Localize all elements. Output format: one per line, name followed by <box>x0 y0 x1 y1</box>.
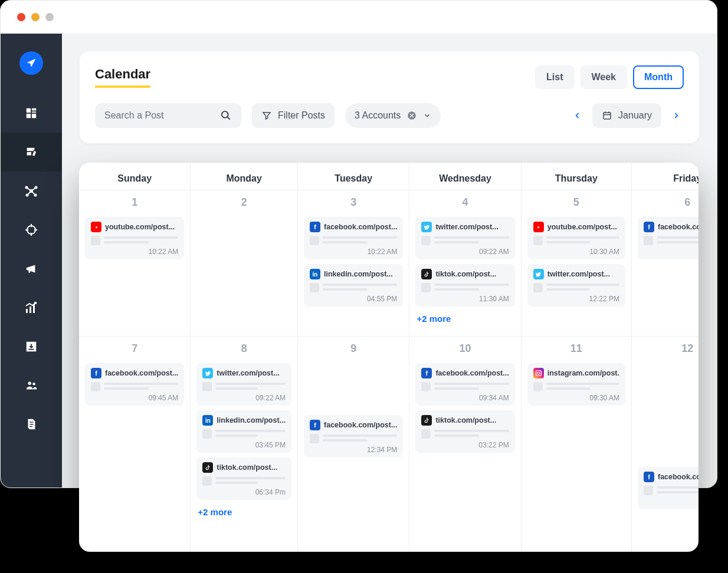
post-card[interactable]: in linkedin.com/post... 03:45 PM <box>196 410 291 453</box>
date-number: 9 <box>304 343 403 355</box>
facebook-icon: f <box>310 222 320 232</box>
post-preview <box>310 283 397 292</box>
post-card[interactable]: f facebook.com/post... 10:22 AM <box>304 217 403 259</box>
day-column: Friday6 f facebook.com/post... 11:30 AM … <box>632 163 699 552</box>
post-card[interactable]: f facebook.com/post... 09:45 AM <box>85 363 184 406</box>
download-icon <box>24 339 39 354</box>
post-preview <box>310 434 397 443</box>
svg-rect-0 <box>27 108 31 113</box>
view-list-button[interactable]: List <box>535 65 574 89</box>
day-cell[interactable]: 11 instagram.com/post. 09:30 AM <box>522 336 631 513</box>
post-time: 12:22 PM <box>533 295 619 303</box>
clear-icon[interactable] <box>406 110 417 121</box>
day-cell[interactable]: 7 f facebook.com/post... 09:45 AM <box>79 336 190 513</box>
window-close-dot[interactable] <box>17 13 25 21</box>
instagram-icon <box>533 368 544 378</box>
date-number: 8 <box>196 343 291 355</box>
post-time: 11:30 AM <box>421 295 509 303</box>
svg-point-25 <box>32 383 35 386</box>
tiktok-icon <box>421 269 432 279</box>
day-cell[interactable]: 10 f facebook.com/post... 09:34 AM tikto… <box>409 336 520 513</box>
post-url: facebook.com/post... <box>435 369 509 377</box>
date-number: 7 <box>85 343 184 355</box>
accounts-button[interactable]: 3 Accounts <box>345 103 441 128</box>
post-preview <box>421 429 509 439</box>
post-card[interactable]: twitter.com/post... 09:22 AM <box>415 217 514 259</box>
filter-icon <box>261 110 272 121</box>
post-card[interactable]: youtube.com/post... 10:30 AM <box>527 217 625 259</box>
day-column: Sunday1 youtube.com/post... 10:22 AM 7 f… <box>79 163 191 552</box>
nav-posts[interactable] <box>1 133 62 172</box>
day-cell[interactable]: 1 youtube.com/post... 10:22 AM <box>79 190 190 336</box>
post-url: facebook.com/post... <box>105 369 178 377</box>
day-cell[interactable]: 12 f facebook.com/post... 06:30 PM <box>632 336 699 516</box>
nav-dashboard[interactable] <box>1 94 62 133</box>
app-logo[interactable] <box>19 51 43 75</box>
chart-growth-icon <box>24 300 39 315</box>
day-cell[interactable]: 5 youtube.com/post... 10:30 AM twitter.c… <box>522 190 631 336</box>
day-header: Thursday <box>522 163 631 190</box>
svg-rect-36 <box>536 371 541 376</box>
nav-team[interactable] <box>1 366 62 405</box>
post-card[interactable]: twitter.com/post... 12:22 PM <box>527 264 625 307</box>
window-minimize-dot[interactable] <box>31 13 40 21</box>
nav-downloads[interactable] <box>1 327 62 366</box>
view-month-button[interactable]: Month <box>633 65 684 89</box>
post-url: linkedin.com/post... <box>324 270 393 278</box>
post-card[interactable]: twitter.com/post... 09:22 AM <box>196 363 291 406</box>
post-card[interactable]: tiktok.com/post... 03:22 PM <box>415 410 514 453</box>
more-posts-link[interactable]: +2 more <box>196 505 291 519</box>
post-time: 03:45 PM <box>202 441 286 449</box>
post-card[interactable]: youtube.com/post... 10:22 AM <box>85 217 184 259</box>
post-card[interactable]: instagram.com/post. 09:30 AM <box>527 363 625 406</box>
prev-month-button[interactable] <box>570 108 585 123</box>
view-week-button[interactable]: Week <box>581 65 628 89</box>
date-number: 5 <box>527 196 625 209</box>
post-preview <box>202 382 286 391</box>
day-cell[interactable]: 3 f facebook.com/post... 10:22 AM in lin… <box>298 190 409 336</box>
header-card: Calendar List Week Month Filter Posts <box>80 51 699 143</box>
post-card[interactable]: f facebook.com/post... 06:30 PM <box>638 467 699 509</box>
post-card[interactable]: f facebook.com/post... 12:34 PM <box>304 415 403 457</box>
day-cell[interactable]: 8 twitter.com/post... 09:22 AM in linked… <box>191 336 297 526</box>
day-column: Tuesday3 f facebook.com/post... 10:22 AM… <box>298 163 409 552</box>
more-posts-link[interactable]: +2 more <box>415 311 514 326</box>
nav-target[interactable] <box>1 210 62 249</box>
svg-line-30 <box>228 117 230 120</box>
nav-campaigns[interactable] <box>1 249 62 288</box>
search-input[interactable] <box>104 110 211 121</box>
users-icon <box>24 378 39 393</box>
svg-line-12 <box>27 191 31 195</box>
month-selector[interactable]: January <box>592 103 661 128</box>
post-url: twitter.com/post... <box>547 270 610 278</box>
nav-network[interactable] <box>1 172 62 210</box>
post-preview <box>421 283 509 292</box>
day-header: Friday <box>632 163 699 190</box>
next-month-button[interactable] <box>668 108 684 123</box>
nav-analytics[interactable] <box>1 288 62 327</box>
post-card[interactable]: tiktok.com/post... 11:30 AM <box>415 264 514 307</box>
day-cell[interactable]: 6 f facebook.com/post... 11:30 AM <box>632 190 699 336</box>
search-box[interactable] <box>95 103 241 128</box>
post-card[interactable]: in linkedin.com/post... 04:55 PM <box>304 264 403 307</box>
youtube-icon <box>91 222 101 232</box>
day-header: Tuesday <box>298 163 409 190</box>
nav-reports[interactable] <box>1 405 62 444</box>
post-preview <box>91 382 178 391</box>
filter-button[interactable]: Filter Posts <box>252 103 335 128</box>
post-card[interactable]: f facebook.com/post... 11:30 AM <box>638 217 699 259</box>
filter-label: Filter Posts <box>278 110 325 121</box>
post-time: 09:45 AM <box>91 394 178 402</box>
day-cell[interactable]: 2 <box>191 190 297 336</box>
day-cell[interactable]: 4 twitter.com/post... 09:22 AM tiktok.co… <box>409 190 520 336</box>
search-icon <box>220 110 232 121</box>
window-maximize-dot[interactable] <box>45 13 54 21</box>
view-toggle: List Week Month <box>535 65 684 89</box>
svg-line-10 <box>27 187 31 191</box>
post-preview <box>91 236 178 245</box>
post-url: facebook.com/post... <box>658 473 699 481</box>
post-card[interactable]: f facebook.com/post... 09:34 AM <box>415 363 514 406</box>
post-card[interactable]: tiktok.com/post... 06:34 Pm <box>196 457 291 500</box>
day-cell[interactable]: 9 f facebook.com/post... 12:34 PM <box>298 336 409 513</box>
post-time: 10:22 AM <box>91 248 178 256</box>
